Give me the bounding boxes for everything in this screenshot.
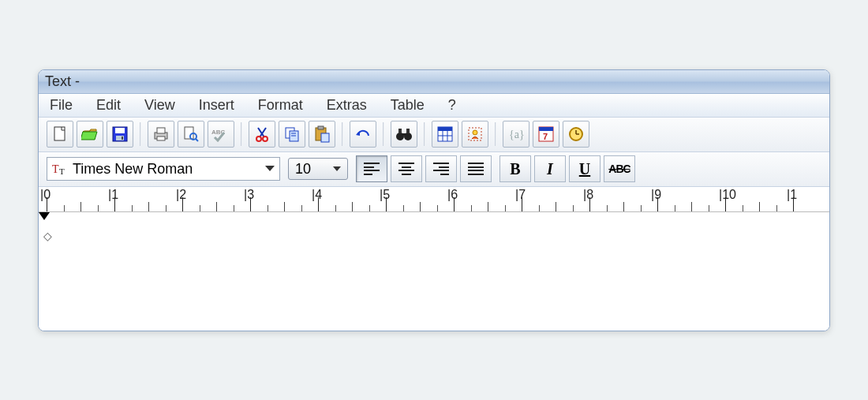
ruler-label: |4	[312, 188, 322, 202]
calendar-icon	[437, 126, 453, 142]
ruler-tick-minor	[166, 205, 166, 211]
ruler-tick-minor	[98, 205, 99, 211]
copy-button[interactable]	[279, 121, 305, 148]
undo-icon	[354, 128, 372, 140]
insert-time-button[interactable]	[563, 121, 589, 148]
ruler-tick-minor	[776, 205, 777, 211]
bold-icon: B	[510, 160, 520, 178]
strike-button[interactable]: ABC	[604, 155, 635, 182]
svg-rect-4	[122, 136, 123, 140]
separator	[424, 122, 425, 146]
new-icon	[53, 126, 67, 142]
align-justify-icon	[468, 163, 484, 175]
titlebar: Text -	[39, 70, 829, 94]
menubar: File Edit View Insert Format Extras Tabl…	[39, 94, 829, 118]
menu-help[interactable]: ?	[442, 95, 462, 115]
svg-rect-0	[54, 127, 65, 140]
italic-button[interactable]: I	[534, 155, 566, 182]
date-icon: 7	[538, 126, 554, 142]
cut-button[interactable]	[249, 121, 275, 148]
document-area[interactable]: ◇	[39, 212, 829, 331]
separator	[383, 122, 384, 146]
ruler-label: |9	[651, 188, 661, 202]
svg-rect-6	[157, 128, 165, 133]
ruler[interactable]: |0|1|2|3|4|5|6|7|8|9|10|1	[39, 187, 829, 212]
ruler-label: |2	[176, 188, 186, 202]
align-left-button[interactable]	[356, 155, 387, 182]
svg-rect-22	[321, 133, 329, 142]
menu-format[interactable]: Format	[252, 95, 309, 115]
open-button[interactable]	[77, 121, 103, 148]
ruler-tick-minor	[539, 205, 540, 211]
align-center-button[interactable]	[391, 155, 422, 182]
underline-icon: U	[579, 160, 590, 178]
print-icon	[152, 126, 170, 142]
spell-icon: ABC	[211, 126, 230, 142]
ruler-tick-minor	[691, 202, 692, 211]
ruler-tick-minor	[200, 205, 200, 211]
font-combo[interactable]: TT Times New Roman	[47, 157, 280, 181]
menu-insert[interactable]: Insert	[193, 95, 241, 115]
menu-file[interactable]: File	[43, 95, 79, 115]
cut-icon	[255, 126, 269, 142]
align-justify-button[interactable]	[460, 155, 492, 182]
svg-text:T: T	[59, 166, 65, 176]
ruler-tick-minor	[64, 205, 65, 211]
ruler-tick-minor	[759, 202, 760, 211]
ruler-label: |6	[447, 188, 458, 202]
print-button[interactable]	[148, 121, 174, 148]
spellcheck-button[interactable]: ABC	[208, 121, 234, 148]
font-name: Times New Roman	[73, 161, 193, 178]
ruler-tick-minor	[743, 205, 743, 211]
binoculars-icon	[395, 127, 413, 141]
menu-table[interactable]: Table	[384, 95, 431, 115]
separator	[342, 122, 343, 146]
ruler-tick-minor	[607, 205, 608, 211]
svg-text:7: 7	[543, 132, 548, 141]
chevron-down-icon	[333, 166, 341, 172]
menu-edit[interactable]: Edit	[90, 95, 127, 115]
ruler-tick-minor	[623, 202, 624, 211]
align-right-button[interactable]	[425, 155, 457, 182]
ruler-tick-minor	[284, 202, 285, 211]
svg-rect-26	[402, 133, 406, 136]
ruler-label: |0	[40, 188, 51, 202]
ruler-tick-minor	[132, 205, 133, 211]
underline-button[interactable]: U	[569, 155, 600, 182]
ruler-label: |5	[380, 188, 390, 202]
align-group	[356, 155, 492, 182]
ruler-tick-minor	[709, 205, 709, 211]
svg-marker-46	[333, 166, 341, 171]
new-button[interactable]	[47, 121, 73, 148]
ruler-tick-minor	[675, 205, 675, 211]
svg-point-35	[473, 130, 477, 135]
insert-table-button[interactable]	[432, 121, 458, 148]
ruler-tick-minor	[335, 205, 336, 211]
main-toolbar: ABC {a} 7	[39, 118, 829, 152]
paste-button[interactable]	[309, 121, 335, 148]
insert-object-button[interactable]	[462, 121, 488, 148]
indent-marker-icon[interactable]	[39, 212, 50, 220]
save-button[interactable]	[107, 121, 133, 148]
editor-window: Text - File Edit View Insert Format Extr…	[38, 69, 830, 331]
clock-icon	[568, 126, 584, 142]
menu-view[interactable]: View	[138, 95, 181, 115]
ruler-tick-minor	[80, 202, 81, 211]
size-combo[interactable]: 10	[288, 158, 348, 180]
menu-extras[interactable]: Extras	[320, 95, 373, 115]
ruler-tick-minor	[437, 205, 438, 211]
ruler-label: |1	[108, 188, 118, 202]
insert-date-button[interactable]: 7	[533, 121, 559, 148]
ruler-label: |8	[583, 188, 593, 202]
ruler-tick-minor	[403, 205, 404, 211]
svg-line-10	[196, 139, 198, 141]
preview-button[interactable]	[178, 121, 204, 148]
italic-icon: I	[547, 160, 553, 178]
ruler-tick-minor	[352, 202, 353, 211]
separator	[241, 122, 242, 146]
insert-field-button[interactable]: {a}	[503, 121, 529, 148]
save-icon	[112, 126, 128, 142]
undo-button[interactable]	[350, 121, 376, 148]
bold-button[interactable]: B	[499, 155, 531, 182]
find-button[interactable]	[391, 121, 417, 148]
